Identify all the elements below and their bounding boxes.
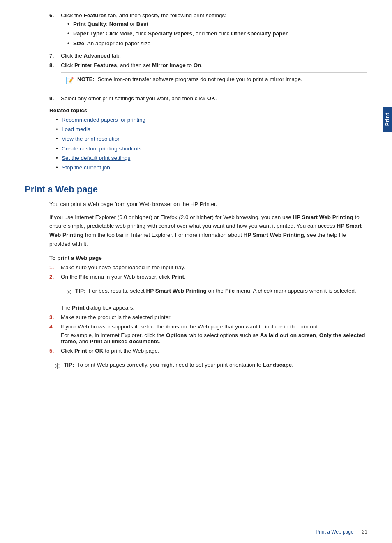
section2-step-2: 2. On the File menu in your Web browser,… <box>49 274 367 311</box>
section2-step-3-num: 3. <box>49 314 61 320</box>
section2-step-2-content: On the File menu in your Web browser, cl… <box>61 274 367 311</box>
section2-intro2: If you use Internet Explorer (6.0 or hig… <box>49 213 367 248</box>
section2-step-1-content: Make sure you have paper loaded in the i… <box>61 264 367 270</box>
section2-step-1: 1. Make sure you have paper loaded in th… <box>49 264 367 270</box>
section2-step-4: 4. If your Web browser supports it, sele… <box>49 323 367 344</box>
link-stop-job[interactable]: Stop the current job <box>62 164 110 171</box>
related-link-shortcuts[interactable]: Create custom printing shortcuts <box>56 145 367 153</box>
section2: Print a Web page You can print a Web pag… <box>25 184 367 374</box>
section2-step-5-num: 5. <box>49 348 61 354</box>
link-view-resolution[interactable]: View the print resolution <box>62 136 121 142</box>
step-7-content: Click the Advanced tab. <box>61 53 367 59</box>
step-8-content: Click Printer Features, and then set Mir… <box>61 62 367 92</box>
step-6-content: Click the Features tab, and then specify… <box>61 12 367 49</box>
section2-step-3-content: Make sure the product is the selected pr… <box>61 314 367 320</box>
step-9-num: 9. <box>49 95 61 102</box>
side-tab: Print <box>383 107 392 132</box>
footer-link[interactable]: Print a Web page <box>316 529 354 535</box>
related-topics-list: Recommended papers for printing Load med… <box>56 116 367 172</box>
step-9-content: Select any other print settings that you… <box>61 95 367 102</box>
section2-sub-heading: To print a Web page <box>49 255 367 261</box>
step-7-num: 7. <box>49 53 61 59</box>
bullet-size: Size: An appropriate paper size <box>67 39 367 48</box>
footer-page-num: 21 <box>362 529 367 535</box>
step-8-num: 8. <box>49 62 61 92</box>
section2-body: You can print a Web page from your Web b… <box>25 200 367 374</box>
tip-box-smart-web: ✳ TIP: For best results, select HP Smart… <box>61 284 367 300</box>
section2-step-5: 5. Click Print or OK to print the Web pa… <box>49 348 367 354</box>
step-6-text: Click the Features tab, and then specify… <box>61 12 226 18</box>
section2-step-4-num: 4. <box>49 323 61 344</box>
tip-icon-1: ✳ <box>66 288 72 297</box>
step-8: 8. Click Printer Features, and then set … <box>49 62 367 92</box>
step-7: 7. Click the Advanced tab. <box>49 53 367 59</box>
note-icon: 📝 <box>66 76 74 84</box>
link-load-media[interactable]: Load media <box>62 126 91 132</box>
page-container: Print 6. Click the Features tab, and the… <box>0 0 392 543</box>
page-footer: Print a Web page 21 <box>316 529 367 535</box>
tip-text-1: TIP: For best results, select HP Smart W… <box>75 288 356 294</box>
step-6: 6. Click the Features tab, and then spec… <box>49 12 367 49</box>
section2-step-2-num: 2. <box>49 274 61 311</box>
bullet-print-quality: Print Quality: Normal or Best <box>67 20 367 28</box>
note-text: NOTE: Some iron-on transfer software pro… <box>77 76 302 82</box>
related-link-recommended[interactable]: Recommended papers for printing <box>56 116 367 124</box>
section1-steps: 6. Click the Features tab, and then spec… <box>25 12 367 102</box>
step-6-num: 6. <box>49 12 61 49</box>
link-recommended-papers[interactable]: Recommended papers for printing <box>62 117 145 123</box>
related-link-resolution[interactable]: View the print resolution <box>56 135 367 143</box>
related-topics-heading: Related topics <box>49 107 367 113</box>
section2-step-1-num: 1. <box>49 264 61 270</box>
section2-step-3: 3. Make sure the product is the selected… <box>49 314 367 320</box>
tip-text-2: TIP: To print Web pages correctly, you m… <box>64 362 293 368</box>
related-link-stop[interactable]: Stop the current job <box>56 164 367 172</box>
step-4-extra: For example, in Internet Explorer, click… <box>61 332 367 344</box>
bullet-paper-type: Paper Type: Click More, click Specialty … <box>67 30 367 38</box>
note-box-mirror: 📝 NOTE: Some iron-on transfer software p… <box>61 72 367 88</box>
link-default-settings[interactable]: Set the default print settings <box>62 155 130 161</box>
tip-box-landscape: ✳ TIP: To print Web pages correctly, you… <box>49 358 367 374</box>
section2-step-5-content: Click Print or OK to print the Web page. <box>61 348 367 354</box>
step-2-after: The Print dialog box appears. <box>61 305 367 311</box>
step-9: 9. Select any other print settings that … <box>49 95 367 102</box>
related-topics: Related topics Recommended papers for pr… <box>25 107 367 172</box>
section2-step-4-content: If your Web browser supports it, select … <box>61 323 367 344</box>
step-6-bullets: Print Quality: Normal or Best Paper Type… <box>67 20 367 48</box>
related-link-load[interactable]: Load media <box>56 125 367 134</box>
related-link-defaults[interactable]: Set the default print settings <box>56 154 367 162</box>
link-create-shortcuts[interactable]: Create custom printing shortcuts <box>62 146 141 152</box>
section2-title: Print a Web page <box>25 184 367 195</box>
section2-intro1: You can print a Web page from your Web b… <box>49 200 367 209</box>
tip-icon-2: ✳ <box>54 362 60 371</box>
